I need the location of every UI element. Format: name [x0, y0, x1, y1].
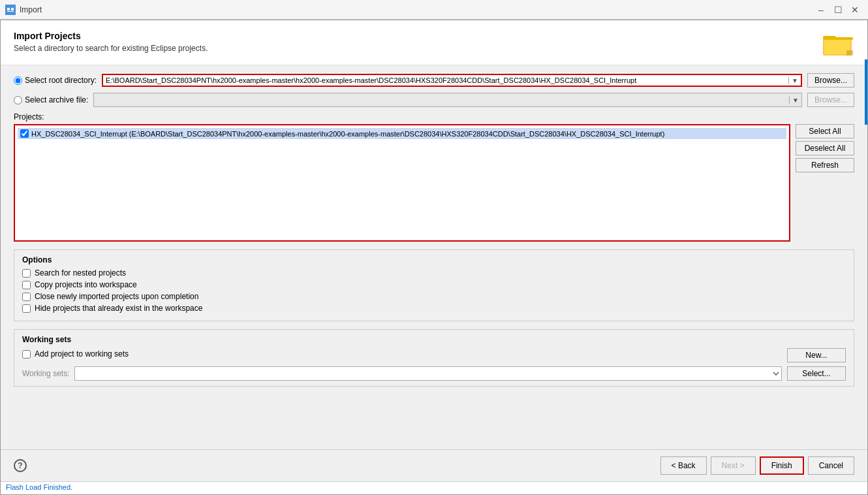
archive-browse-button[interactable]: Browse... [807, 93, 854, 107]
svg-rect-2 [11, 8, 14, 10]
root-directory-input-container: ▼ [102, 74, 802, 87]
select-archive-radio[interactable] [14, 96, 22, 104]
select-archive-radio-label[interactable]: Select archive file: [14, 95, 88, 104]
bottom-buttons: < Back Next > Finish Cancel [660, 456, 854, 475]
archive-file-row: Select archive file: ▼ Browse... [14, 93, 854, 107]
refresh-button[interactable]: Refresh [796, 158, 854, 172]
projects-area: HX_DSC28034_SCI_Interrupt (E:\BOARD\Star… [14, 124, 854, 242]
add-working-set-label[interactable]: Add project to working sets [35, 349, 129, 359]
option-row-1: Copy projects into workspace [22, 280, 846, 289]
select-working-set-button[interactable]: Select... [787, 366, 846, 381]
select-all-button[interactable]: Select All [796, 124, 854, 138]
project-checkbox[interactable] [20, 129, 29, 138]
dialog-header: Import Projects Select a directory to se… [1, 20, 867, 65]
option-checkbox-0[interactable] [22, 269, 31, 278]
maximize-button[interactable]: ☐ [830, 3, 846, 16]
option-label-3[interactable]: Hide projects that already exist in the … [35, 304, 202, 313]
deselect-all-button[interactable]: Deselect All [796, 141, 854, 155]
status-bar: Flash Load Finished. [1, 481, 867, 494]
option-row-2: Close newly imported projects upon compl… [22, 292, 846, 301]
root-browse-button[interactable]: Browse... [807, 73, 854, 88]
folder-icon [823, 31, 854, 57]
archive-dropdown: ▼ [789, 97, 801, 104]
projects-buttons: Select All Deselect All Refresh [796, 124, 854, 242]
dialog-header-text: Import Projects Select a directory to se… [14, 31, 208, 53]
dialog-subtitle: Select a directory to search for existin… [14, 44, 208, 53]
working-sets-title: Working sets [22, 335, 846, 344]
minimize-button[interactable]: – [813, 3, 829, 16]
working-sets-section: Working sets Add project to working sets… [14, 329, 854, 387]
options-title: Options [22, 255, 846, 264]
projects-label: Projects: [14, 112, 854, 121]
select-root-radio[interactable] [14, 76, 22, 85]
help-button[interactable]: ? [14, 459, 27, 472]
option-label-2[interactable]: Close newly imported projects upon compl… [35, 292, 198, 301]
back-button[interactable]: < Back [660, 456, 707, 475]
working-sets-select[interactable] [74, 366, 782, 381]
list-item: HX_DSC28034_SCI_Interrupt (E:\BOARD\Star… [18, 128, 786, 139]
dialog-bottom: ? < Back Next > Finish Cancel [1, 449, 867, 481]
app-icon [5, 5, 16, 15]
option-label-0[interactable]: Search for nested projects [35, 268, 126, 278]
working-sets-label: Working sets: [22, 369, 69, 378]
bottom-left: ? [14, 459, 27, 472]
root-directory-input[interactable] [103, 75, 788, 86]
option-row-3: Hide projects that already exist in the … [22, 304, 846, 313]
option-checkbox-1[interactable] [22, 281, 31, 289]
root-directory-row: Select root directory: ▼ Browse... [14, 73, 854, 88]
options-section: Options Search for nested projects Copy … [14, 249, 854, 321]
blue-accent-bar [865, 59, 867, 125]
svg-rect-3 [7, 11, 14, 12]
cancel-button[interactable]: Cancel [808, 456, 854, 475]
dialog-title: Import Projects [14, 31, 208, 41]
svg-rect-7 [824, 37, 853, 40]
dialog-content: Select root directory: ▼ Browse... Selec… [1, 65, 867, 449]
svg-rect-1 [7, 8, 10, 10]
add-working-set-checkbox[interactable] [22, 350, 31, 359]
window-title: Import [20, 5, 42, 14]
option-row-0: Search for nested projects [22, 268, 846, 278]
projects-section: Projects: HX_DSC28034_SCI_Interrupt (E:\… [14, 112, 854, 242]
close-button[interactable]: ✕ [847, 3, 863, 16]
status-text: Flash Load Finished. [6, 483, 72, 491]
finish-button[interactable]: Finish [760, 456, 804, 475]
title-bar-left: Import [5, 5, 42, 15]
next-button[interactable]: Next > [711, 456, 756, 475]
root-directory-label: Select root directory: [25, 76, 97, 85]
title-bar: Import – ☐ ✕ [0, 0, 868, 20]
dialog: Import Projects Select a directory to se… [0, 20, 868, 495]
working-sets-input-row: Working sets: Select... [22, 366, 846, 381]
option-label-1[interactable]: Copy projects into workspace [35, 280, 137, 289]
archive-input [94, 95, 789, 105]
projects-list: HX_DSC28034_SCI_Interrupt (E:\BOARD\Star… [14, 124, 790, 242]
select-root-radio-label[interactable]: Select root directory: [14, 76, 97, 85]
option-checkbox-3[interactable] [22, 304, 31, 313]
project-label[interactable]: HX_DSC28034_SCI_Interrupt (E:\BOARD\Star… [31, 130, 664, 138]
new-working-set-button[interactable]: New... [787, 348, 846, 362]
root-directory-dropdown[interactable]: ▼ [788, 77, 801, 84]
working-sets-top-row: Add project to working sets New... [22, 348, 846, 362]
add-working-set-row: Add project to working sets [22, 349, 129, 359]
option-checkbox-2[interactable] [22, 293, 31, 301]
svg-rect-8 [846, 50, 853, 56]
archive-file-label: Select archive file: [25, 95, 88, 104]
window-controls: – ☐ ✕ [813, 3, 863, 16]
